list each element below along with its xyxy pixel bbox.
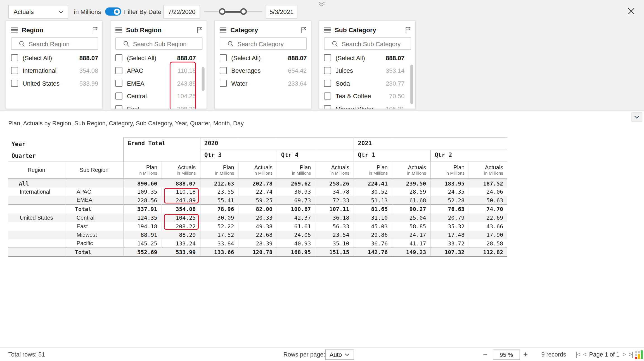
filter-item[interactable]: Water233.64 xyxy=(220,77,307,90)
plan-column-header[interactable]: Planin Millions xyxy=(277,162,315,179)
scrollbar-thumb[interactable] xyxy=(410,65,413,104)
search-field[interactable] xyxy=(236,40,303,48)
quarter-header-q1[interactable]: Qtr 1 xyxy=(354,150,430,162)
checkbox[interactable] xyxy=(11,80,18,87)
region-cell xyxy=(8,205,65,213)
filter-item[interactable]: (Select All)888.07 xyxy=(11,51,98,64)
plan-column-header[interactable]: Planin Millions xyxy=(430,162,469,179)
scrollbar-thumb[interactable] xyxy=(202,67,204,91)
filter-item[interactable]: (Select All)888.07 xyxy=(220,51,307,64)
filter-item[interactable]: Beverages654.42 xyxy=(220,64,307,77)
checkbox[interactable] xyxy=(220,54,227,61)
filter-item[interactable]: International354.08 xyxy=(11,64,98,77)
menu-icon[interactable] xyxy=(115,27,122,33)
menu-icon[interactable] xyxy=(220,27,226,33)
filter-item[interactable]: Mineral Water105.21 xyxy=(324,102,411,109)
filter-item[interactable]: APAC110.18 xyxy=(115,64,203,77)
checkbox[interactable] xyxy=(324,80,331,87)
search-field[interactable] xyxy=(28,40,94,48)
filter-item[interactable]: United States533.99 xyxy=(11,77,98,90)
collapse-filters-button[interactable] xyxy=(631,112,642,122)
filter-item[interactable]: Tea & Coffee70.50 xyxy=(324,90,411,102)
quarter-header-q2[interactable]: Qtr 2 xyxy=(430,150,507,162)
flag-icon[interactable] xyxy=(196,27,202,34)
prev-page-button[interactable]: < xyxy=(583,351,586,358)
filter-item[interactable]: (Select All)888.07 xyxy=(115,51,203,64)
search-input-sub-region[interactable] xyxy=(115,37,203,50)
measure-dropdown[interactable]: Actuals xyxy=(8,5,68,18)
sub-region-column-header[interactable]: Sub Region xyxy=(65,162,123,179)
table-row: Total337.91354.0878.9682.00100.67107.118… xyxy=(8,205,507,213)
end-date-input[interactable] xyxy=(266,5,297,18)
flag-icon[interactable] xyxy=(301,27,307,34)
actuals-column-header[interactable]: Actualsin Millions xyxy=(162,162,200,179)
checkbox[interactable] xyxy=(11,54,18,61)
search-input-region[interactable] xyxy=(11,37,98,50)
checkbox[interactable] xyxy=(220,80,227,87)
search-input-sub-category[interactable] xyxy=(324,37,411,50)
menu-icon[interactable] xyxy=(324,27,331,33)
filter-item[interactable]: East208.22 xyxy=(115,102,203,109)
close-icon[interactable] xyxy=(628,7,636,16)
checkbox[interactable] xyxy=(115,93,122,100)
filter-item-list: (Select All)888.07APAC110.18EMEA243.89Ce… xyxy=(115,51,203,109)
search-input-category[interactable] xyxy=(220,37,307,50)
zoom-in-button[interactable]: + xyxy=(523,350,528,359)
zoom-level-field[interactable]: 95 % xyxy=(493,350,520,360)
checkbox[interactable] xyxy=(324,54,331,61)
checkbox[interactable] xyxy=(324,105,331,109)
actuals-column-header[interactable]: Actualsin Millions xyxy=(469,162,507,179)
slider-handle-end[interactable] xyxy=(240,8,247,15)
checkbox[interactable] xyxy=(115,54,122,61)
value-cell: 20.33 xyxy=(238,213,277,222)
pagination: |< < Page 1 of 1 > >| xyxy=(576,351,633,358)
zoom-out-button[interactable]: − xyxy=(483,350,487,359)
value-cell: 49.38 xyxy=(238,222,277,231)
year-2020-header[interactable]: 2020 xyxy=(200,138,354,150)
plan-column-header[interactable]: Planin Millions xyxy=(123,162,162,179)
checkbox[interactable] xyxy=(11,67,18,74)
date-range-slider[interactable] xyxy=(204,6,262,17)
flag-icon[interactable] xyxy=(405,27,411,34)
grand-total-header[interactable]: Grand Total xyxy=(123,138,200,162)
plan-column-header[interactable]: Planin Millions xyxy=(200,162,238,179)
search-field[interactable] xyxy=(341,40,408,48)
year-2021-header[interactable]: 2021 xyxy=(354,138,507,150)
checkbox[interactable] xyxy=(115,105,122,109)
quarter-header-q4[interactable]: Qtr 4 xyxy=(277,150,354,162)
actuals-column-header[interactable]: Actualsin Millions xyxy=(315,162,354,179)
first-page-button[interactable]: |< xyxy=(576,351,580,358)
filter-by-date-toggle[interactable] xyxy=(105,7,121,15)
search-field[interactable] xyxy=(132,40,199,48)
actuals-column-header[interactable]: Actualsin Millions xyxy=(392,162,430,179)
plan-column-header[interactable]: Planin Millions xyxy=(354,162,392,179)
checkbox[interactable] xyxy=(115,80,122,87)
filter-item-value: 243.89 xyxy=(177,80,196,87)
start-date-input[interactable] xyxy=(164,5,200,18)
filter-item[interactable]: Soda230.77 xyxy=(324,77,411,90)
next-page-button[interactable]: > xyxy=(622,351,626,358)
quarter-header-q3[interactable]: Qtr 3 xyxy=(200,150,277,162)
pivot-table-container: Year Grand Total 2020 2021 Quarter Qtr 3… xyxy=(8,137,507,257)
checkbox[interactable] xyxy=(115,67,122,74)
checkbox[interactable] xyxy=(220,67,227,74)
last-page-button[interactable]: >| xyxy=(629,351,633,358)
filter-item[interactable]: (Select All)888.07 xyxy=(324,51,411,64)
filter-item[interactable]: Juices353.14 xyxy=(324,64,411,77)
rows-per-page-dropdown[interactable]: Auto xyxy=(325,350,354,360)
region-column-header[interactable]: Region xyxy=(8,162,65,179)
value-cell: 133.66 xyxy=(200,248,238,256)
menu-icon[interactable] xyxy=(11,27,18,33)
filter-item-label: (Select All) xyxy=(231,54,261,61)
table-row: United StatesCentral124.35104.2530.0920.… xyxy=(8,213,507,222)
slider-handle-start[interactable] xyxy=(219,8,226,15)
filter-item[interactable]: EMEA243.89 xyxy=(115,77,203,90)
flag-icon[interactable] xyxy=(92,27,98,34)
actuals-column-header[interactable]: Actualsin Millions xyxy=(238,162,277,179)
collapse-double-chevron-icon[interactable] xyxy=(318,1,325,8)
value-cell: 109.35 xyxy=(123,187,162,196)
value-cell: 59.25 xyxy=(238,196,277,205)
checkbox[interactable] xyxy=(324,67,331,74)
filter-item[interactable]: Central104.25 xyxy=(115,90,203,102)
checkbox[interactable] xyxy=(324,93,331,100)
